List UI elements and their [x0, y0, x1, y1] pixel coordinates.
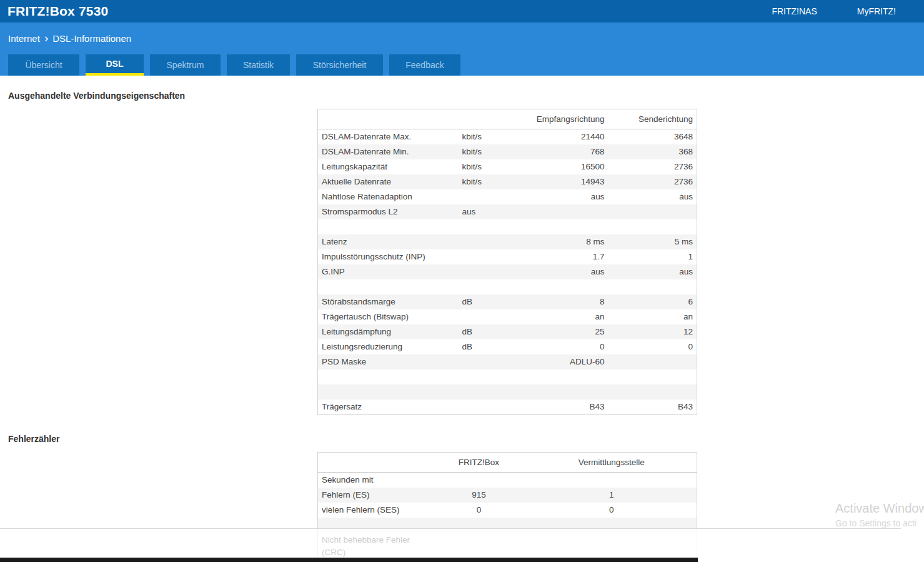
table-row: Nahtlose Ratenadaptionausaus	[318, 189, 697, 204]
table-row: Leitungskapazitätkbit/s165002736	[318, 159, 697, 174]
cell-rx: 8	[530, 294, 609, 309]
chevron-right-icon: ›	[44, 33, 48, 43]
table-row: LeitungsdämpfungdB2512	[318, 324, 697, 339]
connection-properties-table: Empfangsrichtung Senderichtung DSLAM-Dat…	[317, 109, 697, 415]
table-row: Stromsparmodus L2aus	[318, 204, 697, 219]
cell-label: Aktuelle Datenrate	[318, 174, 459, 189]
cell-rx: ADLU-60	[530, 354, 609, 369]
breadcrumb-section[interactable]: Internet	[8, 33, 40, 44]
cell-unit: dB	[459, 339, 530, 354]
cell-unit	[459, 264, 530, 279]
connection-section-title: Ausgehandelte Verbindungseigenschaften	[8, 91, 185, 101]
cell-exchange: 0	[527, 503, 697, 518]
tab-uebersicht[interactable]: Übersicht	[8, 54, 79, 76]
cell-label: Störabstandsmarge	[318, 294, 459, 309]
table-row: PSD MaskeADLU-60	[318, 354, 697, 369]
breadcrumb-page: DSL-Informationen	[52, 33, 131, 44]
col-header-empty	[318, 109, 459, 129]
cell-rx: 0	[530, 339, 609, 354]
table-header-row: Empfangsrichtung Senderichtung	[318, 109, 697, 129]
table-row: DSLAM-Datenrate Min.kbit/s768368	[318, 144, 697, 159]
cell-label: Trägertausch (Bitswap)	[318, 309, 459, 324]
cell-rx: aus	[530, 189, 609, 204]
col-header-empty	[318, 453, 432, 473]
cell-tx: 2736	[609, 159, 697, 174]
cell-label	[318, 384, 459, 399]
cell-rx: aus	[530, 264, 609, 279]
col-header-unit	[459, 109, 530, 129]
cell-unit: kbit/s	[459, 129, 530, 145]
cell-tx: B43	[609, 399, 697, 415]
table-row: Trägertausch (Bitswap)anan	[318, 309, 697, 324]
cell-unit	[459, 369, 530, 384]
cell-rx	[530, 219, 609, 234]
cell-exchange: 1	[527, 488, 697, 503]
cell-tx: aus	[609, 189, 697, 204]
cell-label: Trägersatz	[318, 399, 459, 415]
cell-fritzbox	[432, 473, 527, 488]
table-row	[318, 384, 697, 399]
cell-rx: 16500	[530, 159, 609, 174]
cell-unit: kbit/s	[459, 159, 530, 174]
tab-statistik[interactable]: Statistik	[227, 54, 290, 76]
cell-rx	[530, 204, 609, 219]
cell-unit	[459, 249, 530, 264]
tab-stoersicherheit[interactable]: Störsicherheit	[296, 54, 383, 76]
cell-rx	[530, 384, 609, 399]
cell-rx: 768	[530, 144, 609, 159]
cell-unit: kbit/s	[459, 144, 530, 159]
myfritz-link[interactable]: MyFRITZ!	[857, 6, 896, 16]
cell-tx: 12	[609, 324, 697, 339]
watermark-line1: Activate Windows	[835, 501, 924, 516]
fritznas-link[interactable]: FRITZ!NAS	[772, 6, 817, 16]
col-header-senderichtung: Senderichtung	[609, 109, 697, 129]
cell-unit	[459, 279, 530, 294]
error-counter-section-title: Fehlerzähler	[8, 434, 59, 444]
cell-label	[318, 369, 459, 384]
cell-label: PSD Maske	[318, 354, 459, 369]
cell-label: Leistungsreduzierung	[318, 339, 459, 354]
table-row: Aktuelle Datenratekbit/s149432736	[318, 174, 697, 189]
cell-rx: B43	[530, 399, 609, 415]
cell-rx	[530, 369, 609, 384]
table-row: TrägersatzB43B43	[318, 399, 697, 415]
cell-label: Fehlern (ES)	[318, 488, 432, 503]
cell-fritzbox: 0	[432, 503, 527, 518]
cell-label: Latenz	[318, 234, 459, 249]
table-row	[318, 369, 697, 384]
tab-spektrum[interactable]: Spektrum	[150, 54, 221, 76]
cell-tx: 0	[609, 339, 697, 354]
watermark-line2: Go to Settings to acti	[835, 518, 924, 528]
breadcrumb: Internet › DSL-Informationen	[8, 33, 131, 44]
top-links: FRITZ!NAS MyFRITZ!	[772, 6, 924, 16]
table-row: Fehlern (ES)9151	[318, 488, 697, 503]
windows-activation-watermark: Activate Windows Go to Settings to acti	[835, 501, 924, 528]
cell-unit: dB	[459, 324, 530, 339]
cell-unit: aus	[459, 204, 530, 219]
cell-tx: 6	[609, 294, 697, 309]
cell-label: Nahtlose Ratenadaption	[318, 189, 459, 204]
bottom-dark-bar	[0, 558, 698, 562]
cell-rx: an	[530, 309, 609, 324]
table-row	[318, 219, 697, 234]
cell-rx: 1.7	[530, 249, 609, 264]
cell-tx	[609, 204, 697, 219]
table-row: Latenz8 ms5 ms	[318, 234, 697, 249]
tab-dsl[interactable]: DSL	[86, 54, 144, 76]
cell-tx	[609, 369, 697, 384]
cell-unit	[459, 384, 530, 399]
table-row: Impulsstörungsschutz (INP)1.71	[318, 249, 697, 264]
cell-tx: 2736	[609, 174, 697, 189]
col-header-empfangsrichtung: Empfangsrichtung	[530, 109, 609, 129]
table-row: LeistungsreduzierungdB00	[318, 339, 697, 354]
cell-unit	[459, 399, 530, 415]
tab-feedback[interactable]: Feedback	[389, 54, 460, 76]
cell-label: vielen Fehlern (SES)	[318, 503, 432, 518]
cell-rx: 21440	[530, 129, 609, 145]
cell-label	[318, 219, 459, 234]
cell-tx: 1	[609, 249, 697, 264]
col-header-fritzbox: FRITZ!Box	[432, 453, 527, 473]
table-row: Sekunden mit	[318, 473, 697, 488]
cell-unit	[459, 189, 530, 204]
tab-bar: ÜbersichtDSLSpektrumStatistikStörsicherh…	[8, 54, 460, 76]
